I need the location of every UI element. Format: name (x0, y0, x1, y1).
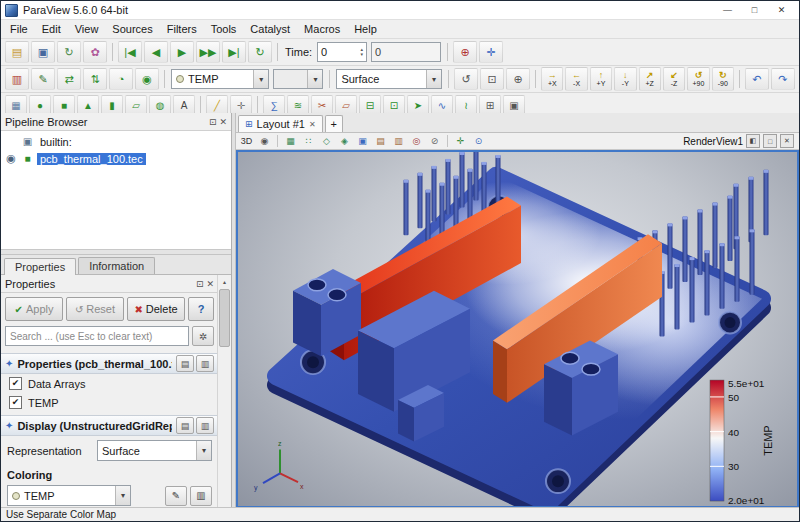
contour-filter-icon[interactable]: ≋ (287, 95, 309, 115)
clip-filter-icon[interactable]: ✂ (311, 95, 333, 115)
menu-view[interactable]: View (68, 22, 106, 36)
paste-properties-icon[interactable]: ▥ (196, 355, 214, 372)
float-dock-icon[interactable]: ⊡ (209, 117, 217, 127)
tab-information[interactable]: Information (78, 257, 155, 274)
close-dock-icon[interactable]: ✕ (206, 279, 214, 289)
menu-edit[interactable]: Edit (35, 22, 68, 36)
camera-plus-z-button[interactable]: ↗+Z (639, 67, 661, 91)
reset-button[interactable]: ↺ Reset (66, 297, 124, 321)
interactive-select-cells-icon[interactable]: ▤ (372, 134, 389, 148)
split-view-icon[interactable]: ◧ (746, 134, 760, 148)
extract-subset-icon[interactable]: ⊡ (383, 95, 405, 115)
vcr-last-frame-icon[interactable]: ▶| (222, 41, 246, 63)
menu-filters[interactable]: Filters (160, 22, 204, 36)
camera-redo-icon[interactable]: ↷ (771, 68, 795, 90)
load-state-icon[interactable]: ↻ (57, 41, 81, 63)
vcr-first-frame-icon[interactable]: |◀ (118, 41, 142, 63)
close-view-icon[interactable]: ✕ (780, 134, 794, 148)
scroll-up-icon[interactable]: ▴ (223, 275, 226, 287)
edit-color-map-icon[interactable]: ✎ (31, 68, 55, 90)
vcr-loop-icon[interactable]: ↻ (248, 41, 272, 63)
close-dock-icon[interactable]: ✕ (219, 117, 227, 127)
pipeline-item-pcb-thermal[interactable]: ◉ ■ pcb_thermal_100.tec (1, 150, 231, 167)
select-points-rect-icon[interactable]: ∷ (300, 134, 317, 148)
search-options-gear-icon[interactable]: ✲ (192, 326, 214, 346)
save-data-icon[interactable]: ▣ (31, 41, 55, 63)
tab-properties[interactable]: Properties (4, 258, 76, 275)
plane-source-icon[interactable]: ▱ (125, 95, 147, 115)
warp-filter-icon[interactable]: ≀ (455, 95, 477, 115)
camera-plus-x-button[interactable]: →+X (541, 67, 563, 91)
vcr-play-icon[interactable]: ▶ (170, 41, 194, 63)
camera-undo-icon[interactable]: ↶ (745, 68, 769, 90)
visibility-eye-icon[interactable]: ◉ (4, 152, 18, 165)
cylinder-source-icon[interactable]: ▮ (101, 95, 123, 115)
menu-catalyst[interactable]: Catalyst (243, 22, 297, 36)
set-rotation-center-icon[interactable]: ⊙ (470, 134, 487, 148)
vcr-next-frame-icon[interactable]: ▶▶ (196, 41, 220, 63)
representation-combo[interactable]: Surface ▾ (97, 440, 212, 461)
rescale-to-data-icon[interactable]: ⇄ (57, 68, 81, 90)
group-datasets-icon[interactable]: ⊞ (479, 95, 501, 115)
menu-macros[interactable]: Macros (297, 22, 347, 36)
paste-properties-icon[interactable]: ▥ (196, 417, 214, 434)
rescale-visible-icon[interactable]: ◉ (135, 68, 159, 90)
menu-help[interactable]: Help (347, 22, 384, 36)
menu-file[interactable]: File (3, 22, 35, 36)
hover-cells-icon[interactable]: ◎ (408, 134, 425, 148)
time-index-input[interactable]: 0 (371, 42, 441, 62)
camera-minus-z-button[interactable]: ↙-Z (663, 67, 685, 91)
edit-color-map-button[interactable]: ✎ (165, 486, 187, 506)
layout-tab[interactable]: ⊞ Layout #1 ✕ (238, 115, 323, 132)
interactive-select-points-icon[interactable]: ▥ (390, 134, 407, 148)
select-cells-rect-icon[interactable]: ▦ (282, 134, 299, 148)
reset-camera-icon[interactable]: ↺ (454, 68, 478, 90)
data-arrays-checkbox[interactable]: ✔ Data Arrays (1, 374, 218, 393)
glyph-filter-icon[interactable]: ➤ (407, 95, 429, 115)
time-value-input[interactable]: 0▴▾ (317, 42, 367, 62)
vcr-previous-frame-icon[interactable]: ◀ (144, 41, 168, 63)
show-color-legend-button[interactable]: ▥ (190, 486, 212, 506)
copy-properties-icon[interactable]: ▤ (176, 417, 194, 434)
slice-filter-icon[interactable]: ▱ (335, 95, 357, 115)
ruler-icon[interactable]: ╱ (206, 95, 228, 115)
menu-sources[interactable]: Sources (105, 22, 159, 36)
disk-source-icon[interactable]: ◍ (149, 95, 171, 115)
maximize-button[interactable]: □ (741, 2, 768, 19)
spreadsheet-view-icon[interactable]: ▦ (5, 95, 27, 115)
toggle-orientation-axes-icon[interactable]: ✛ (452, 134, 469, 148)
stream-tracer-icon[interactable]: ∿ (431, 95, 453, 115)
display-section-header[interactable]: ✦ Display (UnstructuredGridRepre ▤ ▥ (1, 415, 218, 436)
zoom-to-data-icon[interactable]: ⊕ (506, 68, 530, 90)
adjust-camera-icon[interactable]: ◉ (256, 134, 273, 148)
threshold-filter-icon[interactable]: ⊟ (359, 95, 381, 115)
rotate-plus-90-button[interactable]: ↺+90 (687, 67, 709, 91)
rescale-custom-range-icon[interactable]: ⇅ (83, 68, 107, 90)
probe-location-icon[interactable]: ✛ (479, 41, 503, 63)
camera-minus-y-button[interactable]: ↓-Y (614, 67, 636, 91)
maximize-view-icon[interactable]: □ (763, 134, 777, 148)
toggle-color-legend-icon[interactable]: ▥ (5, 68, 29, 90)
search-input[interactable] (5, 326, 189, 346)
component-select[interactable]: ▾ (273, 69, 323, 89)
interaction-mode-3d-icon[interactable]: 3D (238, 134, 255, 148)
select-points-polygon-icon[interactable]: ◈ (336, 134, 353, 148)
minimize-button[interactable]: — (714, 2, 741, 19)
float-dock-icon[interactable]: ⊡ (196, 279, 204, 289)
close-button[interactable]: ✕ (768, 2, 795, 19)
close-tab-icon[interactable]: ✕ (309, 120, 316, 129)
calculator-filter-icon[interactable]: ∑ (263, 95, 285, 115)
rotate-minus-90-button[interactable]: ↻-90 (712, 67, 734, 91)
camera-minus-x-button[interactable]: ←-X (565, 67, 587, 91)
color-palette-icon[interactable]: ✿ (83, 41, 107, 63)
text-source-icon[interactable]: A (173, 95, 195, 115)
color-legend[interactable]: 5.5e+01 50 40 30 2.0e+01 TEMP (710, 378, 774, 506)
spin-buttons[interactable]: ▴▾ (361, 47, 364, 57)
menu-tools[interactable]: Tools (204, 22, 244, 36)
render-canvas[interactable]: z x y 5.5e+01 50 40 30 2.0e+01 (236, 150, 799, 508)
color-array-select[interactable]: TEMP▾ (171, 69, 269, 89)
help-button[interactable]: ? (188, 297, 214, 321)
cube-source-icon[interactable]: ■ (53, 95, 75, 115)
probe-icon[interactable]: ✛ (230, 95, 252, 115)
zoom-to-box-icon[interactable]: ⊡ (480, 68, 504, 90)
